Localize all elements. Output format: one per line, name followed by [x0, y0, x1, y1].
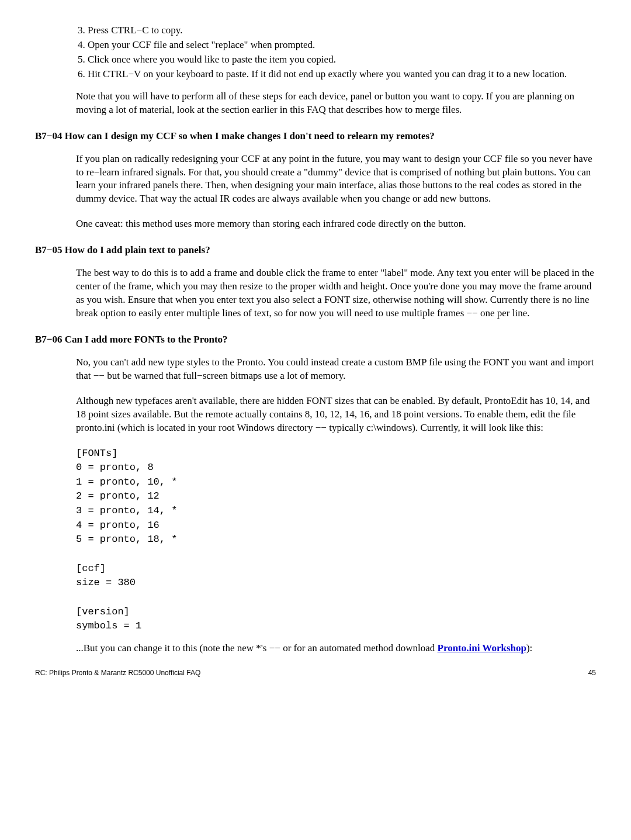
body-paragraph: Note that you will have to perform all o…: [76, 90, 596, 117]
list-item: Press CTRL−C to copy.: [88, 23, 596, 38]
page-footer: RC: Philips Pronto & Marantz RC5000 Unof…: [35, 668, 596, 677]
body-paragraph: Although new typefaces aren't available,…: [76, 395, 596, 435]
section-heading-b7-05: B7−05 How do I add plain text to panels?: [35, 244, 596, 257]
list-item: Click once where you would like to paste…: [88, 53, 596, 67]
code-block: [FONTs] 0 = pronto, 8 1 = pronto, 10, * …: [76, 447, 596, 634]
section-heading-b7-06: B7−06 Can I add more FONTs to the Pronto…: [35, 333, 596, 347]
body-paragraph: One caveat: this method uses more memory…: [76, 217, 596, 231]
page-number: 45: [588, 668, 596, 677]
footer-title: RC: Philips Pronto & Marantz RC5000 Unof…: [35, 668, 200, 677]
body-paragraph: ...But you can change it to this (note t…: [76, 642, 596, 655]
text-after-link: ):: [526, 642, 532, 654]
body-paragraph: If you plan on radically redesigning you…: [76, 153, 596, 206]
page-container: Press CTRL−C to copy. Open your CCF file…: [0, 0, 631, 689]
steps-list: Press CTRL−C to copy. Open your CCF file…: [35, 23, 596, 82]
body-paragraph: No, you can't add new type styles to the…: [76, 356, 596, 383]
list-item: Hit CTRL−V on your keyboard to paste. If…: [88, 67, 596, 82]
section-heading-b7-04: B7−04 How can I design my CCF so when I …: [35, 130, 596, 143]
body-paragraph: The best way to do this is to add a fram…: [76, 267, 596, 320]
list-item: Open your CCF file and select "replace" …: [88, 38, 596, 53]
text-before-link: ...But you can change it to this (note t…: [76, 642, 438, 654]
pronto-ini-workshop-link[interactable]: Pronto.ini Workshop: [438, 642, 526, 654]
